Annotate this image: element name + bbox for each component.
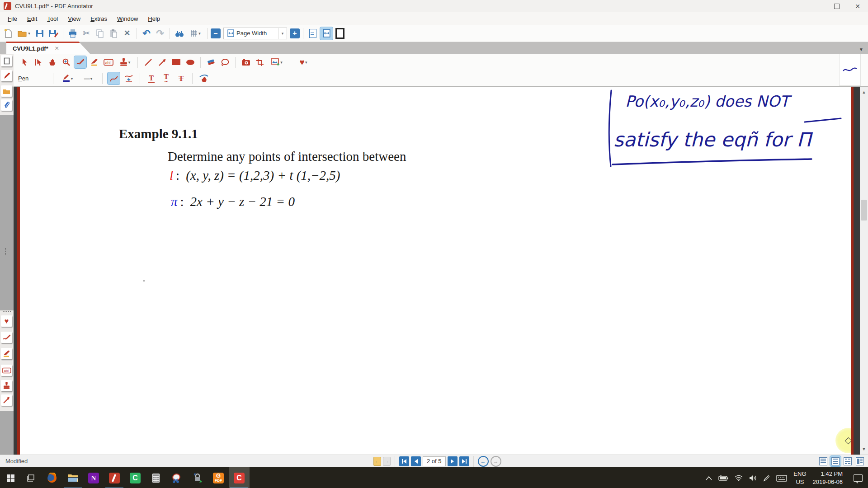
delete-button[interactable]: ✕ (121, 27, 133, 40)
continuous-view-button[interactable] (830, 456, 841, 466)
rectangle-tool[interactable] (170, 56, 182, 68)
sidebar-tab-bookmarks[interactable] (1, 85, 12, 97)
menu-window[interactable]: Window (112, 13, 143, 24)
eraser-tool[interactable] (205, 56, 217, 68)
arrow-tool[interactable] (156, 56, 168, 68)
pan-tool-dropdown[interactable]: ▾ (198, 31, 201, 36)
last-page-button[interactable] (459, 456, 469, 466)
save-as-button[interactable] (47, 27, 60, 40)
taskbar-snipping-tool[interactable] (166, 467, 187, 488)
vertical-scrollbar[interactable]: ▲ ▼ (860, 87, 868, 455)
stroke-width-dropdown[interactable]: ▾ (90, 76, 93, 81)
favorite-pen[interactable] (1, 332, 12, 343)
pan-tool-button[interactable]: ▾ (187, 27, 204, 40)
underline-text-tool[interactable]: T (145, 72, 157, 84)
pen-tool[interactable] (74, 56, 86, 68)
squiggle-text-tool[interactable]: T∼ (160, 72, 172, 84)
sidebar-tab-annotations[interactable] (1, 70, 12, 81)
strikeout-text-tool[interactable]: T (175, 72, 187, 84)
volume-icon[interactable] (749, 475, 757, 481)
favorites-tool[interactable]: ♥ ▾ (294, 56, 312, 68)
sidebar-tab-pages[interactable] (1, 55, 12, 66)
favorite-stamp[interactable] (1, 380, 12, 391)
first-page-button[interactable] (399, 456, 409, 466)
palm-rejection-toggle[interactable] (198, 72, 210, 84)
taskbar-camtasia-recorder[interactable]: C (229, 467, 250, 488)
task-view-button[interactable] (21, 467, 42, 488)
favorites-dropdown[interactable]: ▾ (305, 60, 307, 65)
open-file-dropdown[interactable]: ▾ (28, 31, 30, 36)
taskbar-file-sync[interactable] (187, 467, 208, 488)
close-button[interactable]: ✕ (847, 0, 868, 12)
zoom-tool[interactable] (60, 56, 72, 68)
snapshot-tool[interactable] (240, 56, 252, 68)
forward-view-button[interactable]: → (491, 456, 501, 467)
menu-help[interactable]: Help (143, 13, 165, 24)
start-button[interactable] (0, 467, 21, 488)
tab-close-icon[interactable]: ✕ (55, 45, 59, 52)
lasso-tool[interactable] (219, 56, 231, 68)
stroke-width-button[interactable]: — ▾ (79, 72, 97, 84)
touch-keyboard-icon[interactable] (776, 475, 787, 482)
crop-tool[interactable] (254, 56, 266, 68)
fit-width-button[interactable] (320, 27, 333, 40)
battery-icon[interactable] (718, 475, 728, 481)
minimize-button[interactable]: – (806, 0, 826, 12)
redo-button[interactable]: ↷ (154, 27, 166, 40)
insert-image-dropdown[interactable]: ▾ (280, 60, 283, 65)
taskbar-calculator[interactable] (146, 467, 166, 488)
clock[interactable]: 1:42 PM 2019-06-06 (813, 470, 843, 486)
next-page-button[interactable] (448, 456, 458, 466)
favorite-marker[interactable] (1, 348, 12, 359)
page-indicator[interactable]: 2 of 5 (423, 456, 446, 466)
scrollbar-thumb[interactable] (861, 200, 867, 221)
pen-style-dropdown[interactable]: ▾ (71, 76, 73, 81)
text-box-tool[interactable]: abl (102, 56, 114, 68)
menu-tool[interactable]: Tool (42, 13, 63, 24)
handwritten-annotation[interactable]: Po(x₀,y₀,z₀) does NOT satisfy the eqñ fo… (599, 87, 852, 173)
marker-tool[interactable] (88, 56, 100, 68)
open-file-button[interactable]: ▾ (15, 27, 33, 40)
taskbar-pdf-annotator[interactable] (104, 467, 125, 488)
auto-smooth-toggle[interactable] (108, 72, 120, 84)
zoom-preset-dropdown[interactable]: ▾ (278, 28, 287, 39)
insert-image-tool[interactable]: ▾ (268, 56, 286, 68)
favorite-text[interactable]: abl (1, 365, 12, 376)
save-button[interactable] (33, 27, 46, 40)
sidebar-tab-attachments[interactable] (1, 99, 12, 111)
menu-extras[interactable]: Extras (85, 13, 112, 24)
pen-input-icon[interactable] (763, 475, 770, 482)
fit-page-button[interactable] (307, 27, 319, 40)
favorite-heart[interactable]: ♥ (1, 315, 12, 327)
multi-page-view-button[interactable] (842, 456, 853, 466)
facing-view-button[interactable] (854, 456, 865, 466)
back-view-button[interactable]: ← (478, 456, 489, 467)
tab-list-dropdown[interactable]: ▼ (859, 47, 863, 52)
wifi-icon[interactable] (735, 475, 743, 481)
menu-view[interactable]: View (63, 13, 85, 24)
select-text-tool[interactable] (32, 56, 44, 68)
tray-expand-chevron-icon[interactable] (706, 476, 712, 480)
find-button[interactable] (173, 27, 186, 40)
taskbar-camtasia[interactable]: C (125, 467, 146, 488)
pan-hand-tool[interactable] (46, 56, 58, 68)
ellipse-tool[interactable] (184, 56, 196, 68)
next-annotated-page-button[interactable]: → (383, 457, 391, 466)
previous-page-button[interactable] (411, 456, 421, 466)
cut-button[interactable]: ✂ (80, 27, 93, 40)
zoom-out-button[interactable]: – (211, 28, 221, 38)
zoom-preset-combo[interactable]: Page Width ▾ (223, 28, 287, 39)
stamp-dropdown[interactable]: ▾ (128, 60, 131, 65)
line-tool[interactable] (142, 56, 154, 68)
language-indicator[interactable]: ENG US (793, 470, 806, 486)
scroll-down-icon[interactable]: ▼ (860, 445, 868, 454)
taskbar-firefox[interactable] (42, 467, 62, 488)
taskbar-pdf-creator[interactable]: GPDF (208, 467, 229, 488)
scroll-up-icon[interactable]: ▲ (860, 88, 868, 97)
prev-annotated-page-button[interactable]: ← (373, 457, 381, 466)
stamp-tool[interactable]: ▾ (116, 56, 133, 68)
single-page-view-button[interactable] (818, 456, 829, 466)
new-document-button[interactable] (2, 27, 14, 40)
full-page-button[interactable] (334, 27, 346, 40)
menu-edit[interactable]: Edit (22, 13, 42, 24)
